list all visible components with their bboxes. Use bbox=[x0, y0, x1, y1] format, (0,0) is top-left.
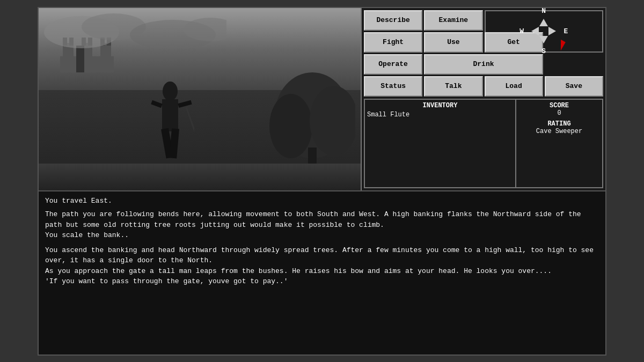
paragraph-1: The path you are following bends here, a… bbox=[45, 209, 599, 241]
compass-north-arrow[interactable] bbox=[539, 19, 548, 26]
compass-west-arrow[interactable] bbox=[531, 27, 539, 35]
score-title: SCORE bbox=[550, 102, 569, 109]
compass: N S E W bbox=[519, 7, 568, 55]
travel-text: You travel East. bbox=[45, 196, 599, 206]
scene-image bbox=[39, 8, 361, 190]
drink-button[interactable]: Drink bbox=[424, 54, 543, 75]
inventory-panel: INVENTORY Small Flute bbox=[365, 100, 516, 187]
clouds-svg bbox=[39, 11, 226, 54]
game-text-area: You travel East. The path you are follow… bbox=[39, 190, 605, 354]
status-button[interactable]: Status bbox=[364, 76, 422, 97]
rating-title: RATING bbox=[547, 120, 570, 128]
save-button[interactable]: Save bbox=[545, 76, 603, 97]
ui-panel: Describe Examine N S E W bbox=[361, 8, 605, 190]
examine-button[interactable]: Examine bbox=[424, 10, 482, 31]
talk-button[interactable]: Talk bbox=[424, 76, 482, 97]
svg-rect-19 bbox=[151, 100, 163, 107]
svg-line-21 bbox=[186, 107, 194, 145]
svg-rect-18 bbox=[169, 128, 179, 158]
compass-south-arrow[interactable] bbox=[539, 36, 548, 43]
use-button[interactable]: Use bbox=[424, 32, 482, 53]
fight-button[interactable]: Fight bbox=[364, 32, 422, 53]
load-button[interactable]: Load bbox=[485, 76, 543, 97]
svg-rect-20 bbox=[178, 100, 192, 107]
top-section: Describe Examine N S E W bbox=[39, 8, 605, 190]
svg-point-15 bbox=[163, 82, 178, 101]
paragraph-2: You ascend the banking and head Northwar… bbox=[45, 245, 599, 287]
inventory-score-panel: INVENTORY Small Flute SCORE 0 RATING Cav… bbox=[364, 99, 603, 188]
game-container: Describe Examine N S E W bbox=[38, 7, 606, 356]
compass-north-label: N bbox=[541, 7, 546, 15]
compass-arrows bbox=[530, 18, 557, 45]
compass-east-arrow[interactable] bbox=[548, 27, 556, 35]
action-buttons: Describe Examine N S E W bbox=[364, 10, 603, 97]
trees-svg bbox=[269, 72, 355, 169]
cursor-arrow-icon bbox=[556, 40, 566, 51]
describe-button[interactable]: Describe bbox=[364, 10, 422, 31]
inventory-title: INVENTORY bbox=[367, 102, 513, 109]
inventory-item-0: Small Flute bbox=[367, 111, 513, 119]
score-value: 0 bbox=[557, 109, 561, 117]
rating-value: Cave Sweeper bbox=[536, 128, 582, 135]
compass-south-label: S bbox=[541, 47, 546, 55]
operate-button[interactable]: Operate bbox=[364, 54, 422, 75]
svg-point-12 bbox=[269, 94, 312, 158]
score-rating-panel: SCORE 0 RATING Cave Sweeper bbox=[516, 100, 602, 187]
compass-west-label: W bbox=[519, 27, 524, 35]
compass-east-label: E bbox=[564, 27, 568, 35]
figure-svg bbox=[146, 80, 194, 177]
svg-rect-16 bbox=[162, 99, 178, 131]
